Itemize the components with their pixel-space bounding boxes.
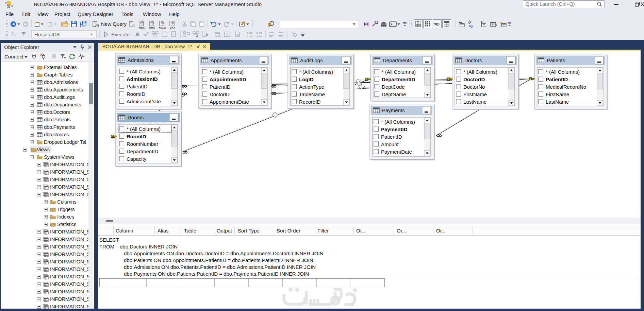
svg-text:* (All Columns): * (All Columns) [210,69,244,75]
svg-text:01: 01 [236,33,239,36]
svg-text:DepartmentID: DepartmentID [382,76,415,82]
svg-text:FirstName: FirstName [463,91,487,97]
svg-text:2: 2 [258,34,260,37]
svg-text:Patients: Patients [547,57,565,63]
svg-text:DoctorID: DoctorID [210,91,230,97]
svg-text:PatientID: PatientID [381,134,402,140]
svg-text:01: 01 [220,34,221,37]
svg-text:Rooms: Rooms [128,115,144,120]
svg-text:MDX: MDX [139,26,145,29]
svg-text:Doctors: Doctors [464,57,482,63]
svg-text:* (All Columns): * (All Columns) [299,69,333,75]
svg-text:* (All Columns): * (All Columns) [463,69,497,75]
svg-text:AdmissionDate: AdmissionDate [127,99,161,104]
svg-text:PatientID: PatientID [210,84,231,90]
svg-text:Departments: Departments [383,57,412,63]
svg-text:* (All Columns): * (All Columns) [127,69,161,74]
svg-text:LastName: LastName [463,99,486,105]
svg-text:RecordID: RecordID [299,99,321,105]
svg-text:DeptName: DeptName [382,91,406,97]
svg-text:Amount: Amount [381,141,399,147]
svg-text:DoctorID: DoctorID [463,76,485,82]
svg-text:ActionType: ActionType [299,84,324,90]
svg-text:DepartmentID: DepartmentID [127,149,159,154]
svg-text:* (All Columns): * (All Columns) [382,69,416,75]
svg-text:AuditLogs: AuditLogs [300,57,323,63]
svg-text:DoctorNo: DoctorNo [463,84,485,90]
svg-text:RoomID: RoomID [127,134,146,139]
svg-text:Payments: Payments [382,107,405,113]
svg-text:* (All Columns): * (All Columns) [127,126,161,132]
svg-text:DeptCode: DeptCode [382,84,405,90]
svg-text:Capacity: Capacity [127,156,147,162]
svg-text:PatientID: PatientID [127,84,148,89]
svg-text:DMX: DMX [149,26,155,29]
svg-text:SQL: SQL [469,25,475,28]
svg-text:RoomNumber: RoomNumber [127,141,158,147]
svg-text:* (All Columns): * (All Columns) [381,119,415,125]
svg-text:Appointments: Appointments [211,57,242,63]
svg-text:MedicalRecordNo: MedicalRecordNo [546,84,586,90]
svg-text:DAX: DAX [170,26,175,29]
svg-text:LastName: LastName [546,99,569,105]
svg-text:RoomID: RoomID [127,91,145,97]
svg-text:LogID: LogID [299,76,314,82]
svg-text:PaymentDate: PaymentDate [381,149,412,155]
svg-text:FirstName: FirstName [546,91,569,97]
svg-text:TableName: TableName [299,91,325,97]
svg-text:PatientID: PatientID [546,76,568,82]
svg-text:AppointmentDate: AppointmentDate [210,99,249,105]
svg-text:XMLA: XMLA [159,26,166,29]
svg-text:Admissions: Admissions [128,57,154,63]
svg-text:AppointmentID: AppointmentID [210,76,246,82]
svg-text:* (All Columns): * (All Columns) [546,69,580,75]
svg-text:AdmissionID: AdmissionID [127,76,158,82]
svg-text:PaymentID: PaymentID [381,126,408,132]
svg-text:SQL: SQL [434,22,441,26]
